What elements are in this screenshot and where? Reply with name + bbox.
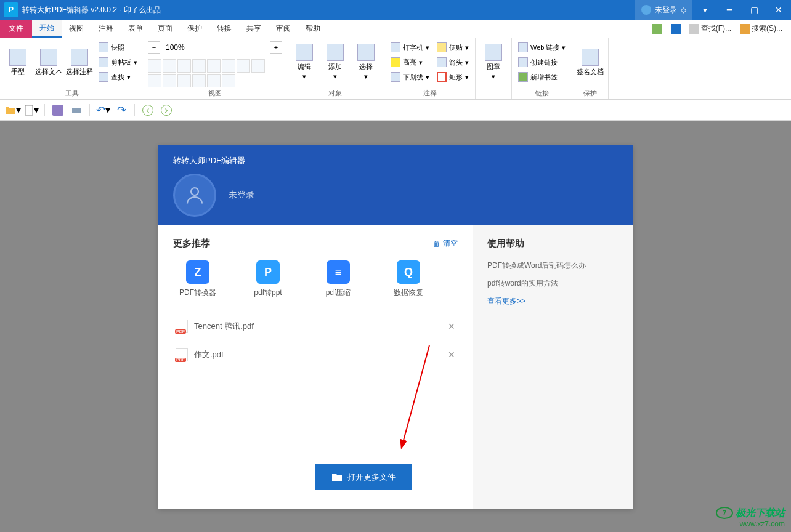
open-file-button[interactable]: ▾ [5, 102, 21, 118]
view-icon[interactable] [163, 59, 176, 73]
save-button[interactable] [50, 102, 66, 118]
hand-icon [9, 49, 26, 66]
view-icon[interactable] [148, 74, 161, 87]
highlight-button[interactable]: 高亮▾ [388, 55, 432, 69]
file-name: 作文.pdf [194, 349, 442, 360]
ribbon-group-object: 编辑▾ 添加▾ 选择▾ 对象 [286, 38, 384, 99]
print-button[interactable] [68, 102, 84, 118]
svg-text:7: 7 [723, 509, 726, 517]
card-login-status[interactable]: 未登录 [229, 190, 254, 201]
reco-pdf-converter[interactable]: ZPDF转换器 [173, 260, 222, 298]
stamp-button[interactable]: 图章▾ [479, 41, 508, 84]
view-icon[interactable] [237, 59, 250, 73]
reco-pdf-compress[interactable]: ≡pdf压缩 [314, 260, 363, 298]
remove-file-button[interactable]: ✕ [448, 321, 455, 331]
reco-icon: Z [186, 260, 209, 284]
clipboard-button[interactable]: 剪帖板▾ [96, 55, 140, 69]
close-button[interactable]: ✕ [766, 0, 791, 20]
open-more-files-button[interactable]: 打开更多文件 [315, 464, 412, 490]
help-link[interactable]: pdf转word的实用方法 [487, 275, 618, 292]
nav-back-button[interactable]: ‹ [140, 102, 156, 118]
view-icon[interactable] [207, 59, 221, 73]
view-icon[interactable] [222, 59, 235, 73]
typewriter-icon [391, 42, 400, 52]
menu-annotate[interactable]: 注释 [91, 20, 121, 38]
bookmark-button[interactable]: 新增书签 [516, 70, 568, 84]
reco-pdf-to-ppt[interactable]: Ppdf转ppt [243, 260, 293, 298]
find-tool-button[interactable]: 查找▾ [96, 70, 140, 84]
maximize-button[interactable]: ▢ [742, 0, 766, 20]
view-icon[interactable] [207, 74, 221, 87]
nav-forward-button[interactable]: › [158, 102, 174, 118]
card-app-name: 转转大师PDF编辑器 [173, 155, 618, 166]
view-icon[interactable] [192, 59, 206, 73]
group-label-annotate: 注释 [388, 87, 471, 98]
ribbon-group-protect: 签名文档 保护 [572, 38, 609, 99]
menu-help[interactable]: 帮助 [298, 20, 328, 38]
translate-button[interactable] [668, 23, 683, 35]
menu-form[interactable]: 表单 [121, 20, 150, 38]
undo-button[interactable]: ↶▾ [95, 102, 111, 118]
camera-icon [99, 42, 108, 52]
add-object-button[interactable]: 添加▾ [321, 41, 349, 84]
menu-start[interactable]: 开始 [32, 20, 62, 38]
view-icon[interactable] [177, 74, 191, 87]
create-link-button[interactable]: 创建链接 [516, 55, 568, 69]
menu-share[interactable]: 共享 [239, 20, 269, 38]
help-link[interactable]: PDF转换成Word后乱码怎么办 [487, 257, 618, 275]
underline-button[interactable]: 下划线▾ [388, 70, 432, 84]
menubar: 文件 开始 视图 注释 表单 页面 保护 转换 共享 审阅 帮助 查找(F)..… [0, 20, 791, 38]
reco-title: 更多推荐 [173, 238, 210, 249]
clipboard-icon [99, 57, 108, 67]
card-header: 转转大师PDF编辑器 未登录 [158, 145, 633, 225]
view-icon[interactable] [251, 59, 265, 73]
hand-tool[interactable]: 手型 [4, 41, 32, 84]
zoom-select[interactable] [163, 41, 267, 54]
dropdown-button[interactable]: ▾ [692, 0, 717, 20]
view-icon[interactable] [222, 74, 235, 87]
login-status-button[interactable]: 未登录 ◇ [635, 0, 692, 20]
redo-button[interactable]: ↷ [113, 102, 129, 118]
user-icon [184, 184, 206, 206]
ribbon-group-link: Web 链接▾ 创建链接 新增书签 链接 [512, 38, 572, 99]
new-file-button[interactable]: ▾ [23, 102, 39, 118]
web-link-button[interactable]: Web 链接▾ [516, 41, 568, 54]
arrow-button[interactable]: 箭头▾ [434, 55, 471, 69]
menu-page[interactable]: 页面 [150, 20, 180, 38]
minimize-button[interactable]: ━ [717, 0, 742, 20]
view-icon[interactable] [177, 59, 191, 73]
sign-document-button[interactable]: 签名文档 [576, 41, 604, 84]
avatar[interactable] [173, 174, 216, 217]
select-annotation-tool[interactable]: 选择注释 [65, 41, 94, 84]
zoom-in-button[interactable]: + [270, 41, 282, 54]
file-item[interactable]: 作文.pdf ✕ [173, 341, 458, 369]
menu-view[interactable]: 视图 [62, 20, 91, 38]
select-text-tool[interactable]: 选择文本 [34, 41, 63, 84]
note-button[interactable]: 便贴▾ [434, 41, 471, 54]
edit-object-button[interactable]: 编辑▾ [290, 41, 318, 84]
reco-icon: P [256, 260, 280, 284]
file-item[interactable]: Tencent 腾讯.pdf ✕ [173, 312, 458, 341]
group-label-link: 链接 [516, 87, 568, 98]
typewriter-button[interactable]: 打字机▾ [388, 41, 432, 54]
menu-protect[interactable]: 保护 [180, 20, 209, 38]
reco-data-recovery[interactable]: Q数据恢复 [384, 260, 433, 298]
ribbon-group-annotate: 打字机▾ 高亮▾ 下划线▾ 便贴▾ 箭头▾ 矩形▾ 注释 [384, 38, 476, 99]
menu-file[interactable]: 文件 [0, 20, 32, 38]
fullscreen-button[interactable] [650, 23, 665, 35]
help-more-link[interactable]: 查看更多>> [487, 292, 618, 310]
find-button[interactable]: 查找(F)... [687, 22, 734, 35]
search-button[interactable]: 搜索(S)... [737, 22, 785, 35]
view-icon[interactable] [148, 59, 161, 73]
menu-convert[interactable]: 转换 [209, 20, 239, 38]
menu-review[interactable]: 审阅 [269, 20, 298, 38]
clear-button[interactable]: 🗑 清空 [433, 238, 458, 249]
select-object-button[interactable]: 选择▾ [352, 41, 380, 84]
snapshot-button[interactable]: 快照 [96, 41, 140, 54]
rect-button[interactable]: 矩形▾ [434, 70, 471, 84]
view-icon[interactable] [163, 74, 176, 87]
view-icon[interactable] [192, 74, 206, 87]
avatar-icon [641, 5, 651, 15]
remove-file-button[interactable]: ✕ [448, 350, 455, 360]
zoom-out-button[interactable]: − [148, 41, 160, 54]
